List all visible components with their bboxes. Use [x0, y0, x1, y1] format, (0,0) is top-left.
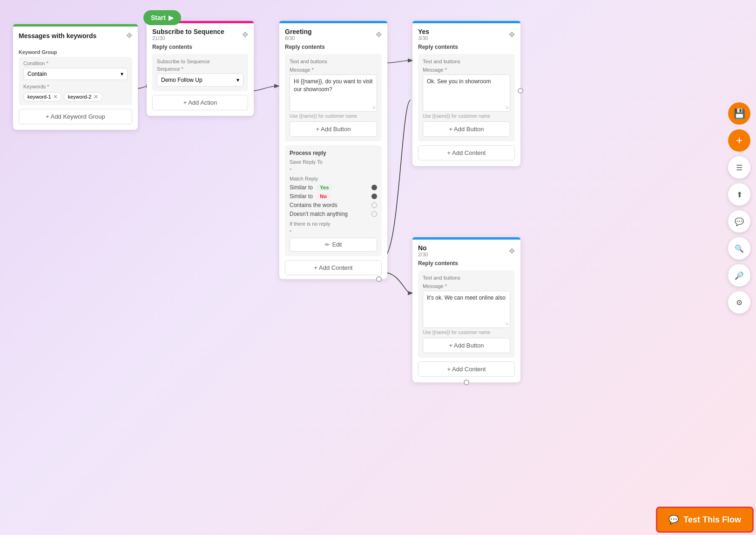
test-flow-button[interactable]: 💬 Test This Flow	[656, 507, 754, 533]
greeting-reply-label: Reply contents	[279, 44, 387, 54]
no-card-count: 2/30	[418, 252, 428, 257]
greeting-resize-icon: ⇲	[371, 105, 375, 110]
keyword-2-remove[interactable]: ✕	[94, 94, 98, 100]
greeting-move-icon[interactable]: ✥	[376, 30, 382, 39]
add-keyword-group-label: + Add Keyword Group	[46, 113, 105, 120]
edit-icon: ✏	[325, 241, 330, 248]
yes-text-btn-type: Text and buttons	[423, 59, 510, 64]
greeting-card-count: 8/30	[285, 35, 312, 41]
yes-add-content-button[interactable]: + Add Content	[418, 145, 515, 160]
match-dot-nomatch[interactable]	[371, 211, 377, 217]
zoom-in-button[interactable]: 🔍	[728, 237, 750, 260]
subscribe-card-header-left: Subscribe to Sequence 21/30	[152, 28, 224, 41]
save-reply-value: -	[290, 166, 377, 172]
keywords-card-title: Messages with keywords	[19, 32, 96, 40]
greeting-connector-bottom	[376, 276, 382, 282]
edit-button[interactable]: ✏ Edit	[290, 238, 377, 252]
no-msg-label: Message *	[423, 283, 510, 289]
keyword-chip-2: keyword-2 ✕	[64, 92, 102, 101]
match-row-no: Similar to No	[290, 193, 377, 200]
start-label: Start	[151, 14, 166, 21]
chat-icon-button[interactable]: 💬	[728, 210, 750, 233]
greeting-msg-textarea[interactable]: Hi {{name}}, do you want to visit our sh…	[290, 74, 377, 112]
add-keyword-group-button[interactable]: + Add Keyword Group	[19, 109, 132, 124]
test-flow-icon: 💬	[668, 515, 679, 525]
test-flow-label: Test This Flow	[683, 515, 741, 525]
keyword-1-remove[interactable]: ✕	[53, 94, 58, 100]
yes-connector-right	[518, 88, 523, 94]
condition-label: Condition *	[23, 60, 128, 66]
start-button[interactable]: Start ▶	[143, 10, 181, 25]
no-move-icon[interactable]: ✥	[509, 247, 515, 255]
yes-msg-value: Ok. See you in showroom	[427, 78, 491, 85]
greeting-card-title: Greeting	[285, 28, 312, 35]
add-icon-button[interactable]: +	[728, 129, 750, 152]
subscribe-card: Subscribe to Sequence 21/30 ✥ Reply cont…	[147, 21, 254, 116]
add-action-button[interactable]: + Add Action	[152, 95, 248, 110]
greeting-msg-label: Message *	[290, 67, 377, 73]
yes-add-button-btn[interactable]: + Add Button	[423, 121, 510, 137]
zoom-out-button[interactable]: 🔎	[728, 264, 750, 287]
condition-value: Contain	[27, 71, 47, 77]
yes-card: Yes 3/30 ✥ Reply contents Text and butto…	[412, 21, 520, 166]
yes-reply-label: Reply contents	[412, 44, 520, 54]
greeting-text-btn-block: Text and buttons Message * Hi {{name}}, …	[285, 54, 382, 141]
save-reply-label: Save Reply To	[290, 159, 377, 165]
match-row-yes: Similar to Yes	[290, 184, 377, 191]
menu-icon: ☰	[736, 163, 742, 172]
yes-hint: Use {{name}} for customer name	[423, 114, 510, 119]
canvas: Start ▶ Messages with keywords ✥ Keyword…	[0, 0, 756, 535]
match-dot-contains[interactable]	[371, 202, 377, 208]
menu-icon-button[interactable]: ☰	[728, 156, 750, 179]
greeting-add-content-label: + Add Content	[314, 264, 353, 271]
start-icon: ▶	[169, 14, 174, 21]
keyword-1-text: keyword-1	[27, 94, 51, 100]
keywords-label: Keywords *	[23, 84, 128, 89]
condition-select[interactable]: Contain ▾	[23, 68, 128, 80]
greeting-msg-value: Hi {{name}}, do you want to visit our sh…	[294, 78, 372, 93]
seq-select[interactable]: Demo Follow Up ▾	[157, 74, 243, 87]
match-dot-yes[interactable]	[371, 185, 377, 190]
no-connector-bottom	[464, 380, 469, 385]
keywords-card-header: Messages with keywords ✥	[13, 27, 138, 43]
keywords-move-icon[interactable]: ✥	[126, 31, 132, 40]
no-add-button-btn[interactable]: + Add Button	[423, 338, 510, 353]
subscribe-action-type: Subscribe to Sequence	[157, 59, 243, 64]
subscribe-move-icon[interactable]: ✥	[242, 30, 248, 39]
subscribe-reply-label: Reply contents	[147, 44, 254, 54]
share-icon-button[interactable]: ⬆	[728, 183, 750, 206]
no-add-button-label: + Add Button	[449, 342, 484, 349]
seq-label: Sequence *	[157, 66, 243, 72]
no-reply-label: Reply contents	[412, 260, 520, 270]
no-msg-value: It's ok. We can meet online also	[427, 294, 506, 301]
greeting-add-button-label: + Add Button	[316, 126, 351, 133]
zoom-in-icon: 🔍	[735, 244, 744, 253]
yes-move-icon[interactable]: ✥	[509, 30, 515, 39]
no-resize-icon: ⇲	[505, 321, 508, 326]
match-row-contains: Contains the words	[290, 202, 377, 208]
match-tag-yes: Yes	[316, 184, 332, 191]
subscribe-card-title: Subscribe to Sequence	[152, 28, 224, 35]
yes-card-header-left: Yes 3/30	[418, 28, 429, 41]
greeting-add-content-button[interactable]: + Add Content	[285, 260, 382, 275]
chat-icon: 💬	[735, 217, 744, 226]
save-icon-button[interactable]: 💾	[728, 102, 750, 125]
keywords-card: Messages with keywords ✥ Keyword Group C…	[13, 24, 138, 130]
yes-msg-label: Message *	[423, 67, 510, 73]
yes-msg-textarea[interactable]: Ok. See you in showroom	[423, 74, 510, 112]
keyword-group-label: Keyword Group	[19, 49, 132, 55]
no-card-header-left: No 2/30	[418, 244, 428, 257]
match-dot-no[interactable]	[371, 194, 377, 199]
yes-card-count: 3/30	[418, 35, 429, 41]
match-reply-label: Match Reply	[290, 176, 377, 181]
no-card-header: No 2/30 ✥	[412, 240, 520, 260]
keywords-card-body: Keyword Group Condition * Contain ▾ Keyw…	[13, 43, 138, 130]
match-row-yes-text: Similar to Yes	[290, 184, 332, 191]
no-add-content-button[interactable]: + Add Content	[418, 361, 515, 377]
greeting-add-button-btn[interactable]: + Add Button	[290, 121, 377, 137]
no-msg-textarea[interactable]: It's ok. We can meet online also	[423, 291, 510, 328]
no-text-btn-block: Text and buttons Message * It's ok. We c…	[418, 270, 515, 358]
settings-button[interactable]: ⚙	[728, 291, 750, 314]
match-row-contains-text: Contains the words	[290, 202, 338, 208]
greeting-card: Greeting 8/30 ✥ Reply contents Text and …	[279, 21, 387, 279]
